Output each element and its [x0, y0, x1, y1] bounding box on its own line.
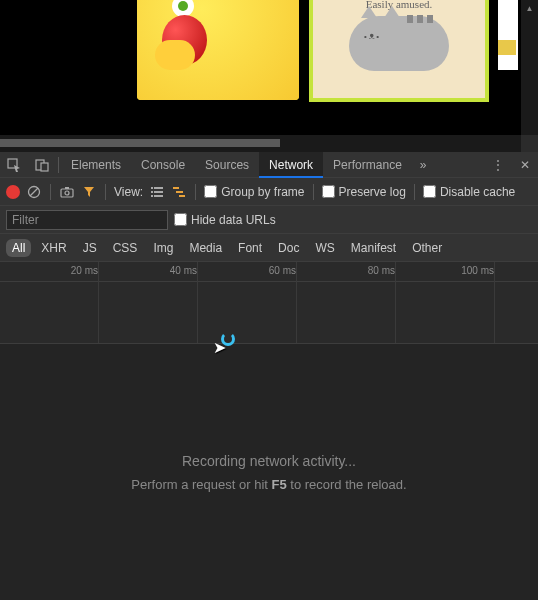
svg-rect-15 — [176, 191, 183, 193]
record-button[interactable] — [6, 185, 20, 199]
devtools-menu-icon[interactable]: ⋮ — [484, 158, 512, 172]
emoji-illustration — [137, 0, 299, 100]
clear-icon[interactable] — [26, 185, 42, 199]
type-filter-img[interactable]: Img — [147, 239, 179, 257]
type-filter-doc[interactable]: Doc — [272, 239, 305, 257]
filter-icon[interactable] — [81, 186, 97, 198]
svg-rect-10 — [151, 191, 153, 193]
network-toolbar: View: Group by frame Preserve log Disabl… — [0, 178, 538, 206]
scrollbar-thumb[interactable] — [0, 139, 280, 147]
tab-network[interactable]: Network — [259, 152, 323, 178]
type-filter-manifest[interactable]: Manifest — [345, 239, 402, 257]
waterfall-view-icon[interactable] — [171, 186, 187, 198]
devtools-panel: Elements Console Sources Network Perform… — [0, 152, 538, 600]
tab-sources[interactable]: Sources — [195, 152, 259, 178]
type-filter-other[interactable]: Other — [406, 239, 448, 257]
svg-rect-5 — [61, 189, 73, 197]
group-by-frame-label: Group by frame — [221, 185, 304, 199]
svg-rect-14 — [173, 187, 179, 189]
image-result-pusheen[interactable]: Easily amused. • ᴥ • — [313, 0, 485, 98]
svg-rect-16 — [179, 195, 185, 197]
timeline-tick: 60 ms — [269, 265, 296, 276]
hide-data-urls-label: Hide data URLs — [191, 213, 276, 227]
tabs-overflow-icon[interactable]: » — [412, 158, 435, 172]
devtools-tabbar: Elements Console Sources Network Perform… — [0, 152, 538, 178]
svg-rect-7 — [65, 187, 69, 189]
view-label: View: — [114, 185, 143, 199]
svg-rect-9 — [154, 187, 163, 189]
type-filter-ws[interactable]: WS — [309, 239, 340, 257]
scroll-up-icon[interactable]: ▲ — [521, 0, 538, 17]
svg-rect-12 — [151, 195, 153, 197]
timeline-tick: 20 ms — [71, 265, 98, 276]
svg-rect-8 — [151, 187, 153, 189]
tab-performance[interactable]: Performance — [323, 152, 412, 178]
type-filter-all[interactable]: All — [6, 239, 31, 257]
inspect-element-icon[interactable] — [0, 158, 28, 172]
page-content-area: Easily amused. • ᴥ • ▲ — [0, 0, 538, 135]
timeline-tick: 100 ms — [461, 265, 494, 276]
timeline-tick: 80 ms — [368, 265, 395, 276]
svg-rect-11 — [154, 191, 163, 193]
empty-state-title: Recording network activity... — [182, 453, 356, 469]
filter-input[interactable] — [6, 210, 168, 230]
preserve-log-checkbox[interactable]: Preserve log — [322, 185, 406, 199]
scroll-corner — [521, 135, 538, 152]
network-filter-row: Hide data URLs — [0, 206, 538, 234]
page-vertical-scrollbar[interactable]: ▲ — [521, 0, 538, 135]
list-view-icon[interactable] — [149, 186, 165, 198]
type-filter-media[interactable]: Media — [183, 239, 228, 257]
network-timeline[interactable]: 20 ms 40 ms 60 ms 80 ms 100 ms — [0, 262, 538, 344]
hide-data-urls-checkbox[interactable]: Hide data URLs — [174, 213, 276, 227]
image-result-emoji[interactable] — [137, 0, 299, 100]
preserve-log-label: Preserve log — [339, 185, 406, 199]
svg-line-4 — [30, 188, 38, 196]
pusheen-illustration: • ᴥ • — [349, 16, 449, 71]
disable-cache-label: Disable cache — [440, 185, 515, 199]
capture-screenshot-icon[interactable] — [59, 186, 75, 198]
device-toggle-icon[interactable] — [28, 158, 56, 172]
type-filter-xhr[interactable]: XHR — [35, 239, 72, 257]
tab-elements[interactable]: Elements — [61, 152, 131, 178]
timeline-tick: 40 ms — [170, 265, 197, 276]
type-filter-css[interactable]: CSS — [107, 239, 144, 257]
group-by-frame-checkbox[interactable]: Group by frame — [204, 185, 304, 199]
devtools-close-icon[interactable]: ✕ — [512, 158, 538, 172]
svg-rect-2 — [41, 163, 48, 171]
disable-cache-checkbox[interactable]: Disable cache — [423, 185, 515, 199]
svg-rect-13 — [154, 195, 163, 197]
network-empty-state: Recording network activity... Perform a … — [0, 344, 538, 600]
tab-console[interactable]: Console — [131, 152, 195, 178]
svg-point-6 — [65, 191, 69, 195]
empty-state-subtitle: Perform a request or hit F5 to record th… — [131, 477, 406, 492]
type-filter-js[interactable]: JS — [77, 239, 103, 257]
page-horizontal-scrollbar[interactable] — [0, 135, 521, 152]
network-type-filters: All XHR JS CSS Img Media Font Doc WS Man… — [0, 234, 538, 262]
image-result-partial[interactable] — [498, 0, 518, 70]
type-filter-font[interactable]: Font — [232, 239, 268, 257]
